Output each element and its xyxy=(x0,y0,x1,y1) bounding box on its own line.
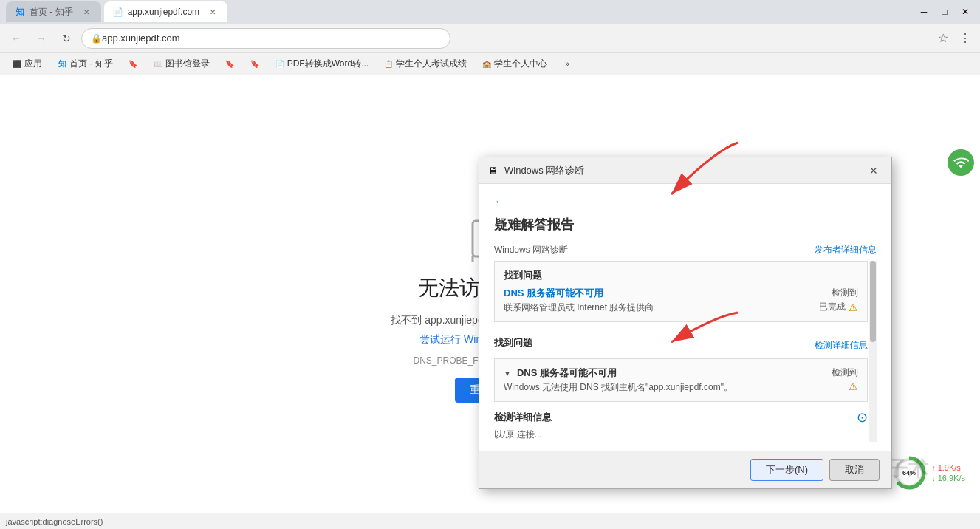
bookmark-more[interactable]: » xyxy=(556,55,578,73)
source-row: Windows 网路诊断 发布者详细信息 xyxy=(494,244,877,256)
status-text: javascript:diagnoseErrors() xyxy=(6,517,103,526)
dialog-scroll-area[interactable]: 找到问题 DNS 服务器可能不可用 联系网络管理员或 Internet 服务提供… xyxy=(494,261,877,442)
bookmark-pdf-label: PDF转换成Word转... xyxy=(287,58,369,70)
tab-xunjiepdf-label: app.xunjiepdf.com xyxy=(128,7,199,17)
address-text: app.xunjiepdf.com xyxy=(102,33,180,44)
dialog-footer: 下一步(N) 取消 xyxy=(479,451,891,488)
back-button[interactable]: ← xyxy=(6,28,27,49)
tab-zhihu-label: 首页 - 知乎 xyxy=(30,6,73,18)
bookmark-library[interactable]: 📖 图书馆登录 xyxy=(147,55,216,73)
address-input[interactable]: 🔒 app.xunjiepdf.com xyxy=(81,28,450,49)
detect-title-row: 检测详细信息 ⊙ xyxy=(494,409,868,426)
tab-xunjiepdf-close[interactable]: ✕ xyxy=(207,6,219,18)
detect-expand-icon[interactable]: ⊙ xyxy=(857,409,868,426)
found-issues-title-2: 找到问题 xyxy=(494,336,532,349)
back-arrow-icon: ← xyxy=(494,196,504,207)
maximize-button[interactable]: □ xyxy=(936,3,953,21)
cancel-button[interactable]: 取消 xyxy=(829,459,880,481)
issue2-warn-icon: ⚠ xyxy=(849,380,858,392)
detect-detail-link[interactable]: 检测详细信息 xyxy=(815,339,868,352)
windows-network-dialog: 🖥 Windows 网络诊断 ✕ ← 疑难解答报告 Windows 网路诊断 发… xyxy=(479,157,892,489)
zhihu-favicon: 知 xyxy=(15,7,25,17)
address-bar: ← → ↻ 🔒 app.xunjiepdf.com ☆ ⋮ xyxy=(0,24,980,53)
bookmarks-bar: ⬛ 应用 知 首页 - 知乎 🔖 📖 图书馆登录 🔖 🔖 📄 PDF转换成Wor… xyxy=(0,53,980,75)
bookmark-exam-label: 学生个人考试成绩 xyxy=(396,58,467,70)
address-bar-right: ☆ ⋮ xyxy=(934,30,974,47)
issue1-status-row: 已完成 ⚠ xyxy=(819,301,858,313)
source-label: Windows 网路诊断 xyxy=(494,244,568,256)
second-issue-block: ▼ DNS 服务器可能不可用 Windows 无法使用 DNS 找到主机名"ap… xyxy=(494,358,868,402)
partial-text-content: 以/原 连接... xyxy=(494,429,542,440)
issue1-detected-label: 检测到 xyxy=(832,287,858,299)
title-bar: 知 首页 - 知乎 ✕ 📄 app.xunjiepdf.com ✕ ─ □ ✕ xyxy=(0,0,980,24)
close-button[interactable]: ✕ xyxy=(956,3,974,21)
dialog-section-title: 疑难解答报告 xyxy=(494,216,877,233)
issue1-left: DNS 服务器可能不可用 联系网络管理员或 Internet 服务提供商 xyxy=(504,287,819,314)
minimize-button[interactable]: ─ xyxy=(915,3,933,21)
exam-icon: 📋 xyxy=(383,59,394,69)
more-bookmarks-icon: » xyxy=(562,59,572,69)
bookmark-apps-label: 应用 xyxy=(24,58,42,70)
found-issues-2-row: 找到问题 检测详细信息 xyxy=(494,336,868,354)
blank3-icon: 🔖 xyxy=(250,59,260,69)
bookmark-exam[interactable]: 📋 学生个人考试成绩 xyxy=(377,55,473,73)
bookmark-zhihu-label: 首页 - 知乎 xyxy=(69,58,113,70)
dialog-title-icon: 🖥 xyxy=(488,165,498,177)
section-divider xyxy=(494,330,877,330)
upload-speed: ↑ 1.9K/s xyxy=(931,463,965,472)
bookmark-zhihu[interactable]: 知 首页 - 知乎 xyxy=(51,55,119,73)
publisher-detail-link[interactable]: 发布者详细信息 xyxy=(815,244,877,256)
bookmark-star-icon[interactable]: ☆ xyxy=(934,30,952,47)
download-speed: ↓ 16.9K/s xyxy=(931,474,965,482)
issue1-name: DNS 服务器可能不可用 xyxy=(504,287,819,300)
content-area: 无法访问此网站 找不到 app.xunjiepdf.com 的服务器 IP 地址… xyxy=(0,75,980,513)
next-step-button[interactable]: 下一步(N) xyxy=(750,459,823,481)
library-icon: 📖 xyxy=(153,59,163,69)
blank1-icon: 🔖 xyxy=(128,59,138,69)
browser-window: 知 首页 - 知乎 ✕ 📄 app.xunjiepdf.com ✕ ─ □ ✕ … xyxy=(0,0,980,529)
scrollbar-track[interactable] xyxy=(869,261,877,442)
partial-text: 以/原 连接... xyxy=(494,429,868,442)
bookmark-apps[interactable]: ⬛ 应用 xyxy=(6,55,48,73)
status-bar: javascript:diagnoseErrors() xyxy=(0,513,980,529)
scrollbar-thumb[interactable] xyxy=(870,261,876,342)
bookmark-blank1[interactable]: 🔖 xyxy=(122,55,144,73)
issue2-name: ▼ DNS 服务器可能不可用 xyxy=(504,366,832,380)
browser-menu-icon[interactable]: ⋮ xyxy=(956,30,974,47)
issue1-desc: 联系网络管理员或 Internet 服务提供商 xyxy=(504,301,819,314)
blank2-icon: 🔖 xyxy=(225,59,235,69)
found-issues-title-1: 找到问题 xyxy=(504,269,858,282)
issue1-row: DNS 服务器可能不可用 联系网络管理员或 Internet 服务提供商 检测到… xyxy=(504,287,858,314)
zhihu-bm-icon: 知 xyxy=(57,59,67,69)
first-issue-block: 找到问题 DNS 服务器可能不可用 联系网络管理员或 Internet 服务提供… xyxy=(494,261,868,322)
student-icon: 🏫 xyxy=(482,59,492,69)
bookmark-student-label: 学生个人中心 xyxy=(494,58,547,70)
xunjiepdf-favicon: 📄 xyxy=(113,7,123,17)
dialog-titlebar: 🖥 Windows 网络诊断 ✕ xyxy=(479,157,891,184)
detect-section-title: 检测详细信息 xyxy=(494,411,552,424)
bookmark-pdf[interactable]: 📄 PDF转换成Word转... xyxy=(269,55,374,73)
reload-nav-button[interactable]: ↻ xyxy=(56,28,77,49)
issue2-desc: Windows 无法使用 DNS 找到主机名"app.xunjiepdf.com… xyxy=(504,381,832,394)
issue2-name-text: DNS 服务器可能不可用 xyxy=(517,366,617,380)
bookmark-blank2[interactable]: 🔖 xyxy=(219,55,241,73)
forward-button[interactable]: → xyxy=(31,28,52,49)
dialog-close-button[interactable]: ✕ xyxy=(865,162,883,180)
bookmark-library-label: 图书馆登录 xyxy=(165,58,210,70)
tab-xunjiepdf[interactable]: 📄 app.xunjiepdf.com ✕ xyxy=(104,1,227,22)
tab-zhihu-close[interactable]: ✕ xyxy=(80,6,92,18)
bookmark-student[interactable]: 🏫 学生个人中心 xyxy=(476,55,553,73)
dialog-title-label: Windows 网络诊断 xyxy=(504,164,859,177)
dialog-back-button[interactable]: ← xyxy=(494,196,877,207)
tab-zhihu[interactable]: 知 首页 - 知乎 ✕ xyxy=(6,1,101,22)
issue2-right: 检测到 ⚠ xyxy=(832,366,858,392)
issue2-left: ▼ DNS 服务器可能不可用 Windows 无法使用 DNS 找到主机名"ap… xyxy=(504,366,832,394)
speed-values: ↑ 1.9K/s ↓ 16.9K/s xyxy=(931,463,965,482)
expand-triangle-icon: ▼ xyxy=(504,369,511,378)
detect-detail-section: 检测详细信息 ⊙ xyxy=(494,409,868,426)
issue1-right: 检测到 已完成 ⚠ xyxy=(819,287,858,313)
bookmark-blank3[interactable]: 🔖 xyxy=(244,55,266,73)
issue2-detected-label: 检测到 xyxy=(832,366,858,379)
issue1-status-value: 已完成 xyxy=(819,301,846,313)
issue1-warn-icon: ⚠ xyxy=(849,301,858,313)
